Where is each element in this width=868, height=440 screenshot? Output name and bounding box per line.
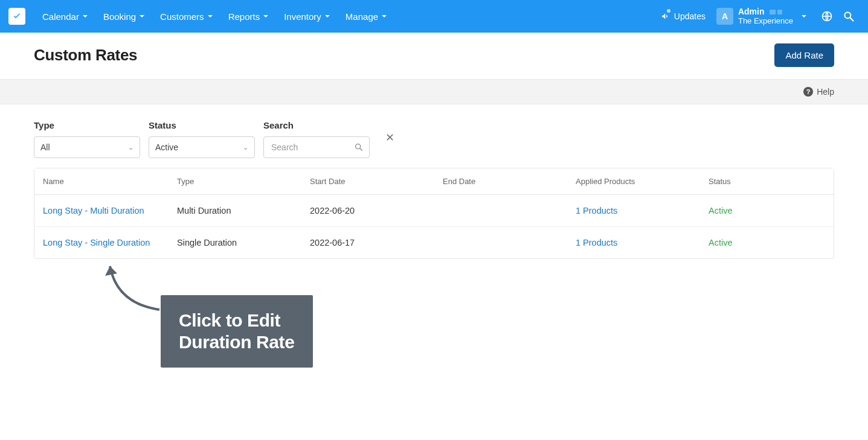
callout-line2: Duration Rate <box>179 331 295 353</box>
nav-booking[interactable]: Booking <box>97 7 150 27</box>
nav-calendar[interactable]: Calendar <box>36 7 94 27</box>
chevron-down-icon: ⌄ <box>243 144 248 151</box>
chevron-down-icon <box>83 15 88 18</box>
svg-line-2 <box>850 18 854 21</box>
rate-products-link[interactable]: 1 Products <box>576 238 617 247</box>
rates-table: Name Type Start Date End Date Applied Pr… <box>34 168 834 259</box>
rate-start: 2022-06-20 <box>301 195 434 227</box>
svg-line-4 <box>360 148 362 150</box>
status-select-value: Active <box>155 142 178 152</box>
help-label: Help <box>817 87 834 97</box>
type-select-value: All <box>40 142 50 152</box>
type-select[interactable]: All ⌄ <box>34 136 140 158</box>
type-filter-label: Type <box>34 120 140 130</box>
col-type: Type <box>169 168 301 195</box>
page-header: Custom Rates Add Rate <box>0 33 868 79</box>
user-name: Admin <box>738 7 765 16</box>
globe-button[interactable] <box>816 5 838 27</box>
user-menu[interactable]: A Admin The Experience <box>716 7 806 25</box>
nav-label: Manage <box>346 11 378 22</box>
page-title: Custom Rates <box>34 46 137 65</box>
notification-dot-icon <box>667 9 670 13</box>
table-row: Long Stay - Multi Duration Multi Duratio… <box>34 195 834 227</box>
search-button[interactable] <box>838 5 860 27</box>
nav-manage[interactable]: Manage <box>339 7 393 27</box>
rate-type: Multi Duration <box>169 195 301 227</box>
status-filter-label: Status <box>149 120 255 130</box>
updates-label: Updates <box>674 11 706 21</box>
col-start: Start Date <box>301 168 434 195</box>
nav-label: Inventory <box>284 11 321 22</box>
rate-start: 2022-06-17 <box>301 227 434 259</box>
rate-name-link[interactable]: Long Stay - Single Duration <box>43 238 150 247</box>
col-status: Status <box>700 168 834 195</box>
rate-name-link[interactable]: Long Stay - Multi Duration <box>43 206 144 215</box>
decoration-icon <box>770 10 782 14</box>
status-badge: Active <box>709 206 733 215</box>
annotation: Click to Edit Duration Rate <box>34 259 834 404</box>
rate-products-link[interactable]: 1 Products <box>576 206 617 215</box>
user-company: The Experience <box>738 17 793 26</box>
col-name: Name <box>34 168 169 195</box>
callout-line1: Click to Edit <box>179 310 295 331</box>
chevron-down-icon <box>325 15 330 18</box>
chevron-down-icon <box>802 15 806 18</box>
svg-point-3 <box>356 144 361 149</box>
nav-reports[interactable]: Reports <box>222 7 275 27</box>
top-nav: Calendar Booking Customers Reports Inven… <box>0 0 868 33</box>
chevron-down-icon <box>208 15 213 18</box>
nav-label: Booking <box>103 11 136 22</box>
search-filter-label: Search <box>263 120 370 130</box>
help-icon: ? <box>803 87 813 97</box>
nav-label: Customers <box>160 11 204 22</box>
table-row: Long Stay - Single Duration Single Durat… <box>34 227 834 259</box>
checkmark-icon <box>11 11 22 22</box>
status-badge: Active <box>709 238 733 247</box>
updates-button[interactable]: Updates <box>661 11 706 21</box>
clear-filters-button[interactable]: ✕ <box>382 131 398 144</box>
nav-customers[interactable]: Customers <box>154 7 219 27</box>
search-icon <box>354 142 364 152</box>
chevron-down-icon <box>382 15 387 18</box>
callout-box: Click to Edit Duration Rate <box>161 295 313 368</box>
filters-row: Type All ⌄ Status Active ⌄ Search ✕ <box>0 104 868 168</box>
nav-label: Reports <box>228 11 260 22</box>
rate-end <box>434 227 567 259</box>
search-icon <box>843 10 855 22</box>
table-header-row: Name Type Start Date End Date Applied Pr… <box>34 168 834 195</box>
nav-items: Calendar Booking Customers Reports Inven… <box>36 7 393 27</box>
help-link[interactable]: ? Help <box>803 87 834 97</box>
rate-end <box>434 195 567 227</box>
chevron-down-icon <box>140 15 144 18</box>
nav-label: Calendar <box>42 11 79 22</box>
help-strip: ? Help <box>0 79 868 104</box>
chevron-down-icon <box>263 15 268 18</box>
avatar: A <box>716 8 733 25</box>
add-rate-button[interactable]: Add Rate <box>774 43 834 67</box>
user-text: Admin The Experience <box>738 7 793 25</box>
app-logo[interactable] <box>8 8 25 25</box>
col-end: End Date <box>434 168 567 195</box>
rate-type: Single Duration <box>169 227 301 259</box>
col-products: Applied Products <box>567 168 700 195</box>
megaphone-icon <box>661 11 670 21</box>
chevron-down-icon: ⌄ <box>128 144 133 151</box>
status-select[interactable]: Active ⌄ <box>149 136 255 158</box>
nav-inventory[interactable]: Inventory <box>278 7 336 27</box>
globe-icon <box>821 10 833 22</box>
